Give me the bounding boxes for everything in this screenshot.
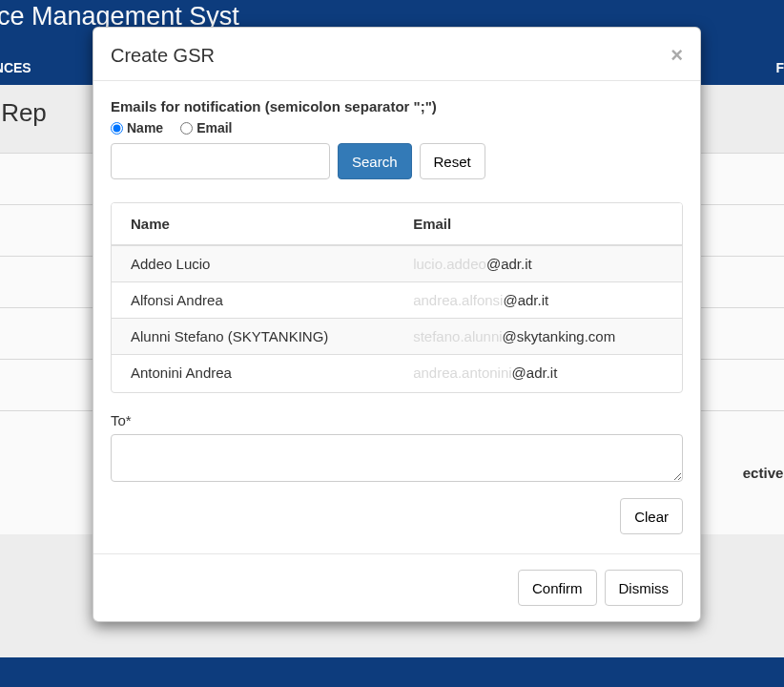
contacts-table: Name Email Addeo Luciolucio.addeo@adr.it… xyxy=(112,203,682,390)
clear-button[interactable]: Clear xyxy=(620,498,683,534)
modal-title: Create GSR xyxy=(111,45,215,67)
cell-name: Alunni Stefano (SKYTANKING) xyxy=(112,319,394,355)
create-gsr-dialog: Create GSR × Emails for notification (se… xyxy=(93,27,701,622)
radio-email-option[interactable]: Email xyxy=(180,120,232,135)
to-field[interactable] xyxy=(111,434,683,482)
search-row: Search Reset xyxy=(111,143,683,179)
cell-email: andrea.alfonsi@adr.it xyxy=(394,282,682,319)
table-row[interactable]: Antonini Andreaandrea.antonini@adr.it xyxy=(112,355,682,391)
table-row[interactable]: Addeo Luciolucio.addeo@adr.it xyxy=(112,245,682,282)
clear-row: Clear xyxy=(111,498,683,553)
table-row[interactable]: Alfonsi Andreaandrea.alfonsi@adr.it xyxy=(112,282,682,319)
search-input[interactable] xyxy=(111,143,330,179)
close-icon[interactable]: × xyxy=(671,45,683,66)
radio-name-option[interactable]: Name xyxy=(111,120,163,135)
modal-body: Emails for notification (semicolon separ… xyxy=(93,81,700,553)
modal-footer: Confirm Dismiss xyxy=(93,553,700,621)
dismiss-button[interactable]: Dismiss xyxy=(605,570,684,606)
cell-email: stefano.alunni@skytanking.com xyxy=(394,319,682,355)
radio-email-label: Email xyxy=(196,120,232,135)
radio-name-label: Name xyxy=(127,120,163,135)
cell-name: Alfonsi Andrea xyxy=(112,282,394,319)
confirm-button[interactable]: Confirm xyxy=(518,570,597,606)
reset-button[interactable]: Reset xyxy=(420,143,485,179)
radio-name-input[interactable] xyxy=(111,122,123,135)
col-name-header: Name xyxy=(112,203,394,245)
to-label: To* xyxy=(111,412,683,428)
cell-email: andrea.antonini@adr.it xyxy=(394,355,682,391)
cell-email: lucio.addeo@adr.it xyxy=(394,245,682,282)
contacts-table-wrap: Name Email Addeo Luciolucio.addeo@adr.it… xyxy=(111,202,683,393)
search-button[interactable]: Search xyxy=(338,143,412,179)
cell-name: Addeo Lucio xyxy=(112,245,394,282)
table-row[interactable]: Alunni Stefano (SKYTANKING)stefano.alunn… xyxy=(112,319,682,355)
modal-header: Create GSR × xyxy=(93,28,700,81)
col-email-header: Email xyxy=(394,203,682,245)
contacts-table-scroll[interactable]: Name Email Addeo Luciolucio.addeo@adr.it… xyxy=(112,203,682,392)
search-mode-radios: Name Email xyxy=(111,120,683,135)
radio-email-input[interactable] xyxy=(180,122,193,135)
cell-name: Antonini Andrea xyxy=(112,355,394,391)
emails-notification-label: Emails for notification (semicolon separ… xyxy=(111,98,683,114)
